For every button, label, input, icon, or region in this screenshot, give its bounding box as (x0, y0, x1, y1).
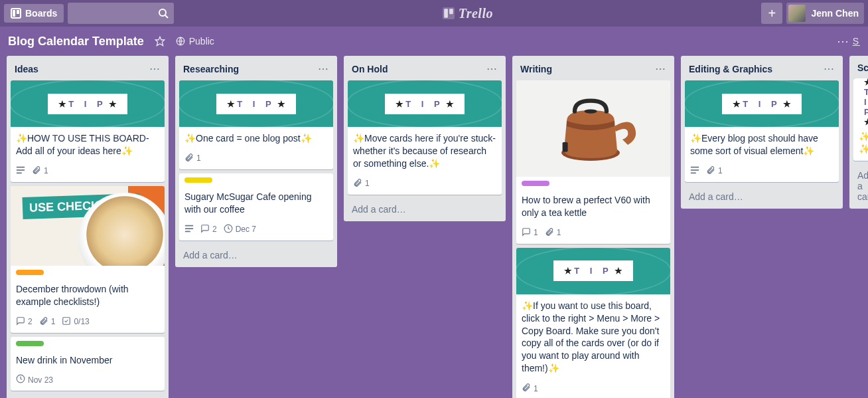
list: Writing ⋯ How to brew a perfect V60 with… (512, 56, 674, 398)
list-header: Writing ⋯ (516, 60, 670, 76)
list-menu-button[interactable]: ⋯ (486, 62, 498, 75)
card-label (522, 181, 549, 186)
show-menu-underline: S (853, 36, 860, 47)
card[interactable]: T I P✨Mo ✨C (853, 78, 868, 161)
visibility-button[interactable]: Public (176, 36, 214, 47)
list-menu-button[interactable]: ⋯ (149, 62, 161, 75)
globe-icon (176, 37, 185, 46)
list: Researching ⋯ T I P✨One card = one blog … (175, 56, 337, 267)
attachment-badge: 1 (522, 383, 538, 394)
card-badges: 210/13 (11, 314, 165, 333)
due-badge: Nov 23 (16, 374, 53, 385)
card[interactable]: USE CHECKLISTSDecember throwdown (with e… (11, 186, 165, 333)
list-title[interactable]: Editing & Graphics (689, 64, 772, 74)
card[interactable]: T I P✨If you want to use this board, cli… (516, 248, 670, 398)
card-cover: T I P (685, 80, 839, 127)
list-title[interactable]: Writing (520, 64, 552, 74)
list-title[interactable]: Researching (183, 64, 239, 74)
tip-badge: T I P (853, 78, 868, 132)
desc-icon (184, 224, 194, 235)
search-input[interactable] (68, 3, 174, 24)
add-card-button[interactable]: Add a card… (11, 395, 165, 398)
card-badges: 2Dec 7 (179, 221, 333, 241)
card[interactable]: T I P✨Move cards here if you're stuck- w… (348, 80, 502, 195)
list-menu-button[interactable]: ⋯ (318, 62, 329, 75)
boards-icon (11, 8, 21, 19)
avatar (788, 5, 806, 22)
card-cover (516, 80, 670, 177)
card-text: New drink in November (11, 349, 165, 372)
board-header: Blog Calendar Template Public ⋯ S (0, 27, 868, 56)
card-cover: T I P (348, 80, 502, 127)
star-icon (155, 36, 165, 47)
card-badges: 1 (11, 163, 165, 182)
card-badges: 1 (348, 175, 502, 195)
card[interactable]: Sugary McSugar Cafe opening with our cof… (179, 173, 333, 241)
attachment-badge: 1 (353, 178, 370, 189)
check-icon (62, 316, 71, 328)
brand-name: Trello (459, 6, 493, 21)
attach-icon (522, 383, 531, 394)
list-header: Researching ⋯ (179, 60, 333, 76)
attachment-badge: 1 (545, 227, 561, 239)
card-label (184, 177, 212, 183)
card[interactable]: New drink in NovemberNov 23 (11, 337, 165, 391)
desc-icon (16, 165, 25, 177)
tip-badge: T I P (48, 94, 128, 114)
card-label (16, 341, 44, 346)
search-icon (158, 8, 169, 19)
board-title[interactable]: Blog Calendar Template (8, 35, 144, 49)
add-card-button[interactable]: Add a card… (179, 245, 333, 263)
list-menu-button[interactable]: ⋯ (655, 62, 666, 75)
due-icon (16, 374, 25, 385)
show-menu-button[interactable]: ⋯ S (837, 34, 860, 49)
card-badges: 1 (685, 163, 839, 182)
list-menu-button[interactable]: ⋯ (824, 62, 835, 75)
card[interactable]: T I P✨HOW TO USE THIS BOARD- Add all of … (11, 80, 165, 182)
svg-rect-6 (444, 9, 448, 18)
description-badge (690, 165, 699, 177)
list: Sched T I P✨Mo ✨CAdd a card… (849, 56, 868, 209)
kettle-icon (540, 89, 646, 169)
attach-icon (353, 178, 362, 189)
board-canvas[interactable]: Ideas ⋯ T I P✨HOW TO USE THIS BOARD- Add… (0, 56, 868, 398)
star-button[interactable] (155, 36, 165, 47)
create-button[interactable]: + (761, 3, 782, 24)
comments-icon (16, 316, 25, 328)
boards-label: Boards (25, 8, 57, 19)
user-menu[interactable]: Jenn Chen (786, 3, 864, 24)
card[interactable]: T I P✨Every blog post should have some s… (685, 80, 839, 182)
user-name: Jenn Chen (811, 8, 859, 19)
svg-rect-2 (17, 10, 19, 14)
list-title[interactable]: On Hold (352, 64, 388, 74)
list-title[interactable]: Ideas (15, 64, 38, 74)
attach-icon (545, 227, 554, 239)
card[interactable]: T I P✨One card = one blog post✨1 (179, 80, 333, 169)
logo[interactable]: Trello (178, 6, 757, 21)
attachment-badge: 1 (706, 165, 723, 177)
list-title[interactable]: Sched (857, 62, 868, 73)
ellipsis-icon: ⋯ (837, 34, 850, 49)
add-card-button[interactable]: Add a card… (853, 165, 868, 205)
topbar: Boards Trello + Jenn Chen (0, 0, 868, 27)
add-card-button[interactable]: Add a card… (348, 199, 502, 217)
card-cover: T I P (516, 248, 670, 294)
plus-icon: + (768, 6, 776, 21)
attach-icon (184, 153, 194, 164)
card-badges: 11 (516, 225, 670, 244)
boards-button[interactable]: Boards (4, 4, 64, 23)
comments-badge: 2 (200, 224, 217, 235)
list-header: Ideas ⋯ (11, 60, 165, 76)
svg-rect-13 (63, 317, 70, 324)
svg-marker-8 (155, 37, 164, 45)
tip-badge: T I P (553, 260, 634, 281)
list-header: On Hold ⋯ (348, 60, 502, 76)
svg-rect-21 (563, 142, 568, 151)
add-card-button[interactable]: Add a card… (685, 186, 839, 205)
list: Editing & Graphics ⋯ T I P✨Every blog po… (681, 56, 843, 209)
card[interactable]: How to brew a perfect V60 with only a te… (516, 80, 670, 244)
card-cover: T I P (853, 78, 868, 125)
tip-badge: T I P (722, 94, 802, 114)
list: On Hold ⋯ T I P✨Move cards here if you'r… (344, 56, 506, 221)
attach-icon (706, 165, 715, 177)
